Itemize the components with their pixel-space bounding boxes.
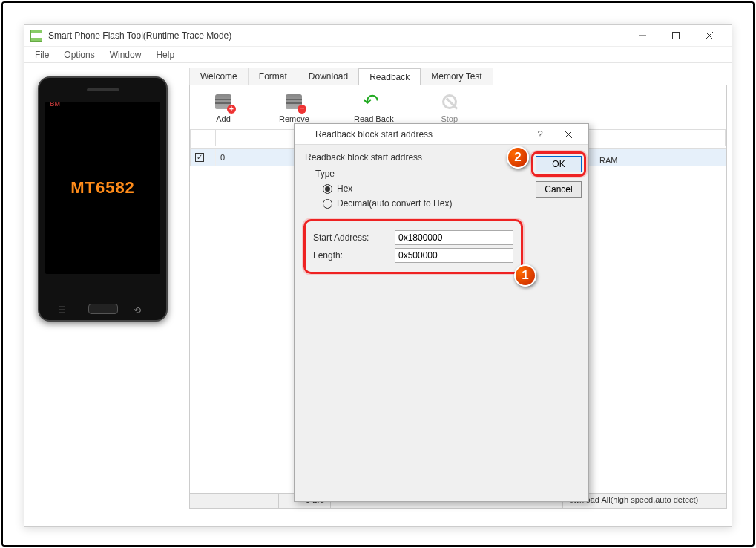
start-address-row: Start Address: bbox=[313, 230, 513, 245]
dialog-close-button[interactable] bbox=[554, 125, 582, 144]
readback-dialog: Readback block start address ? Readback … bbox=[294, 123, 589, 502]
tab-format[interactable]: Format bbox=[248, 68, 298, 85]
dialog-icon bbox=[300, 129, 311, 140]
address-highlight-group: Start Address: Length: bbox=[303, 219, 523, 274]
tab-download[interactable]: Download bbox=[298, 68, 359, 85]
cancel-box: Cancel bbox=[536, 181, 582, 198]
menu-window[interactable]: Window bbox=[104, 48, 148, 62]
minimize-button[interactable] bbox=[625, 25, 659, 46]
length-label: Length: bbox=[313, 250, 395, 261]
radio-decimal-row[interactable]: Decimal(auto convert to Hex) bbox=[323, 198, 578, 209]
arrow-back-icon: ↶ bbox=[363, 93, 385, 112]
cancel-button[interactable]: Cancel bbox=[536, 181, 582, 198]
radio-hex[interactable] bbox=[323, 184, 332, 194]
menubar: File Options Window Help bbox=[24, 47, 732, 63]
stop-icon bbox=[438, 93, 461, 112]
chip-label: MT6582 bbox=[70, 178, 135, 198]
window-controls bbox=[625, 25, 726, 46]
dialog-help-button[interactable]: ? bbox=[526, 125, 554, 144]
menu-help[interactable]: Help bbox=[150, 48, 180, 62]
phone-speaker bbox=[87, 88, 119, 91]
readback-button[interactable]: ↶ Read Back bbox=[354, 93, 394, 123]
tab-readback[interactable]: Readback bbox=[358, 68, 421, 85]
tab-welcome[interactable]: Welcome bbox=[189, 68, 249, 85]
database-remove-icon: – bbox=[283, 93, 305, 112]
close-button[interactable] bbox=[692, 25, 726, 46]
add-button[interactable]: + Add bbox=[212, 93, 234, 123]
dialog-titlebar: Readback block start address ? bbox=[295, 124, 588, 145]
ram-label: RAM bbox=[599, 156, 617, 165]
svg-rect-1 bbox=[672, 32, 679, 39]
phone-brand-mark: BM bbox=[50, 100, 60, 108]
database-add-icon: + bbox=[212, 93, 234, 112]
ok-highlight: OK bbox=[531, 151, 586, 177]
remove-button[interactable]: – Remove bbox=[279, 93, 309, 123]
tab-strip: Welcome Format Download Readback Memory … bbox=[189, 68, 727, 85]
length-input[interactable] bbox=[395, 248, 513, 263]
length-row: Length: bbox=[313, 248, 513, 263]
app-icon bbox=[30, 30, 42, 42]
back-icon: ⟲ bbox=[134, 305, 148, 313]
radio-decimal-label: Decimal(auto convert to Hex) bbox=[337, 198, 452, 209]
phone-nav: ☰ ⟲ bbox=[39, 304, 166, 314]
left-pane: BM MT6582 ☰ ⟲ bbox=[24, 63, 189, 526]
menu-icon: ☰ bbox=[58, 305, 73, 313]
home-button-icon bbox=[88, 304, 118, 314]
row-checkbox[interactable]: ✓ bbox=[195, 153, 204, 162]
callout-2: 2 bbox=[507, 146, 529, 169]
tab-memory-test[interactable]: Memory Test bbox=[420, 68, 493, 85]
dialog-title: Readback block start address bbox=[315, 129, 526, 140]
cell-start: 0 bbox=[216, 149, 305, 166]
phone-illustration: BM MT6582 ☰ ⟲ bbox=[38, 76, 168, 322]
start-address-input[interactable] bbox=[395, 230, 513, 245]
menu-file[interactable]: File bbox=[29, 48, 55, 62]
radio-decimal[interactable] bbox=[323, 199, 332, 209]
start-address-label: Start Address: bbox=[313, 232, 395, 243]
radio-hex-label: Hex bbox=[337, 183, 352, 194]
window-title: Smart Phone Flash Tool(Runtime Trace Mod… bbox=[48, 30, 625, 41]
phone-screen: MT6582 bbox=[45, 102, 160, 274]
titlebar: Smart Phone Flash Tool(Runtime Trace Mod… bbox=[24, 25, 732, 47]
ok-button[interactable]: OK bbox=[536, 156, 582, 172]
stop-button[interactable]: Stop bbox=[438, 93, 461, 123]
menu-options[interactable]: Options bbox=[58, 48, 100, 62]
maximize-button[interactable] bbox=[659, 25, 692, 46]
callout-1: 1 bbox=[514, 264, 536, 287]
